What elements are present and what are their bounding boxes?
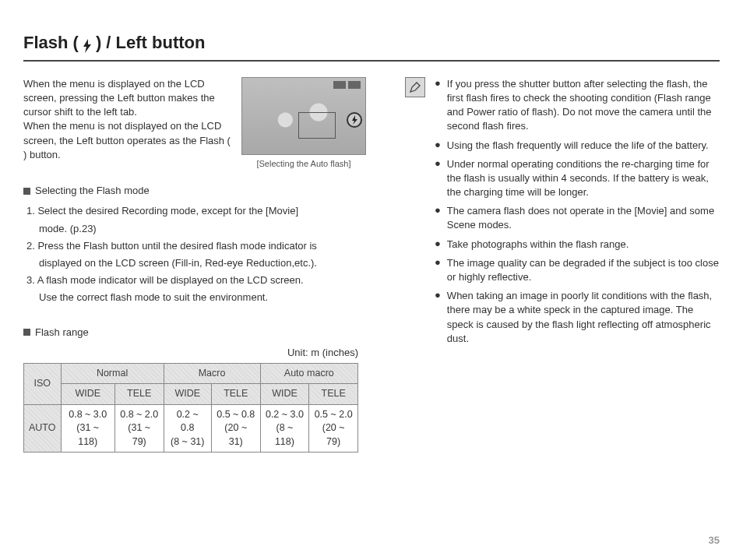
note-text: The image quality can be degraded if the… (447, 256, 720, 284)
note-item: ●Under normal operating conditions the r… (435, 157, 720, 200)
step-line: mode. (p.23) (26, 222, 366, 236)
th-tele: TELE (309, 384, 358, 405)
note-text: The camera flash does not operate in the… (447, 204, 720, 232)
flash-range-table: ISO Normal Macro Auto macro WIDE TELE WI… (23, 363, 358, 453)
note-list: ●If you press the shutter button after s… (435, 77, 720, 350)
th-normal: Normal (61, 363, 164, 384)
step-line: Use the correct flash mode to suit the e… (26, 291, 366, 305)
bullet-dot-icon: ● (435, 157, 441, 200)
cell: 0.5 ~ 2.0(20 ~ 79) (309, 404, 358, 453)
note-item: ●Using the flash frequently will reduce … (435, 139, 720, 153)
content-columns: When the menu is displayed on the LCD sc… (23, 77, 720, 453)
th-macro: Macro (164, 363, 260, 384)
title-bar: Flash ( ) / Left button (23, 31, 720, 62)
th-wide: WIDE (260, 384, 309, 405)
steps-list: 1. Select the desired Recording mode, ex… (26, 204, 366, 305)
cell: 0.2 ~ 0.8(8 ~ 31) (164, 404, 211, 453)
square-bullet-icon (23, 329, 30, 336)
bullet-dot-icon: ● (435, 238, 441, 252)
subhead-flash-range: Flash range (23, 326, 366, 340)
auto-flash-badge-icon (347, 112, 362, 128)
note-item: ●When taking an image in poorly lit cond… (435, 289, 720, 346)
title-part-b: ) / Left button (96, 31, 206, 55)
intro-row: When the menu is displayed on the LCD sc… (23, 77, 366, 170)
note-text: When taking an image in poorly lit condi… (447, 289, 720, 346)
title-part-a: Flash ( (23, 31, 79, 55)
cell: 0.5 ~ 0.8(20 ~ 31) (211, 404, 260, 453)
note-text: Under normal operating conditions the re… (447, 157, 720, 200)
row-label: AUTO (24, 404, 62, 453)
subhead-select-label: Selecting the Flash mode (35, 184, 150, 198)
bullet-dot-icon: ● (435, 77, 441, 134)
cell: 0.2 ~ 3.0(8 ~ 118) (260, 404, 309, 453)
subhead-range-label: Flash range (35, 326, 89, 340)
right-column: ●If you press the shutter button after s… (405, 77, 720, 453)
th-wide: WIDE (61, 384, 114, 405)
note-text: If you press the shutter button after se… (447, 77, 720, 134)
unit-label: Unit: m (inches) (23, 346, 358, 360)
page-number: 35 (709, 534, 720, 548)
th-tele: TELE (114, 384, 164, 405)
note-item: ●The image quality can be degraded if th… (435, 256, 720, 284)
subhead-select-flash: Selecting the Flash mode (23, 184, 366, 198)
step-line: 3. A flash mode indicator will be displa… (26, 273, 366, 287)
focus-rectangle-icon (298, 112, 336, 139)
note-item: ●Take photographs within the flash range… (435, 238, 720, 252)
th-automacro: Auto macro (260, 363, 357, 384)
step-line: 1. Select the desired Recording mode, ex… (26, 204, 366, 218)
page-title: Flash ( ) / Left button (23, 31, 720, 55)
cell: 0.8 ~ 3.0(31 ~ 118) (61, 404, 114, 453)
bullet-dot-icon: ● (435, 139, 441, 153)
note-item: ●If you press the shutter button after s… (435, 77, 720, 134)
lcd-caption: [Selecting the Auto flash] (241, 158, 366, 170)
cell: 0.8 ~ 2.0(31 ~ 79) (114, 404, 164, 453)
lcd-screenshot (241, 77, 366, 155)
bullet-dot-icon: ● (435, 289, 441, 346)
table-row: AUTO 0.8 ~ 3.0(31 ~ 118) 0.8 ~ 2.0(31 ~ … (24, 404, 358, 453)
note-box: ●If you press the shutter button after s… (405, 77, 720, 350)
lcd-figure: [Selecting the Auto flash] (241, 77, 366, 170)
bullet-dot-icon: ● (435, 256, 441, 284)
note-text: Take photographs within the flash range. (447, 238, 629, 252)
step-line: 2. Press the Flash button until the desi… (26, 239, 366, 253)
step-line: displayed on the LCD screen (Fill-in, Re… (26, 256, 366, 270)
square-bullet-icon (23, 188, 30, 195)
note-pencil-icon (405, 77, 425, 97)
note-text: Using the flash frequently will reduce t… (447, 139, 709, 153)
th-wide: WIDE (164, 384, 211, 405)
bullet-dot-icon: ● (435, 204, 441, 232)
lcd-top-icons (333, 81, 361, 89)
left-column: When the menu is displayed on the LCD sc… (23, 77, 366, 453)
flash-bolt-icon (82, 36, 93, 50)
note-item: ●The camera flash does not operate in th… (435, 204, 720, 232)
intro-text: When the menu is displayed on the LCD sc… (23, 77, 234, 170)
th-tele: TELE (211, 384, 260, 405)
th-iso: ISO (24, 363, 62, 404)
